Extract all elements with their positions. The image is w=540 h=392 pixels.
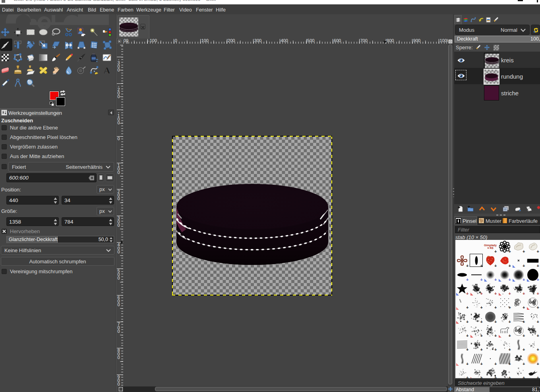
svg-text:A: A (103, 66, 110, 75)
